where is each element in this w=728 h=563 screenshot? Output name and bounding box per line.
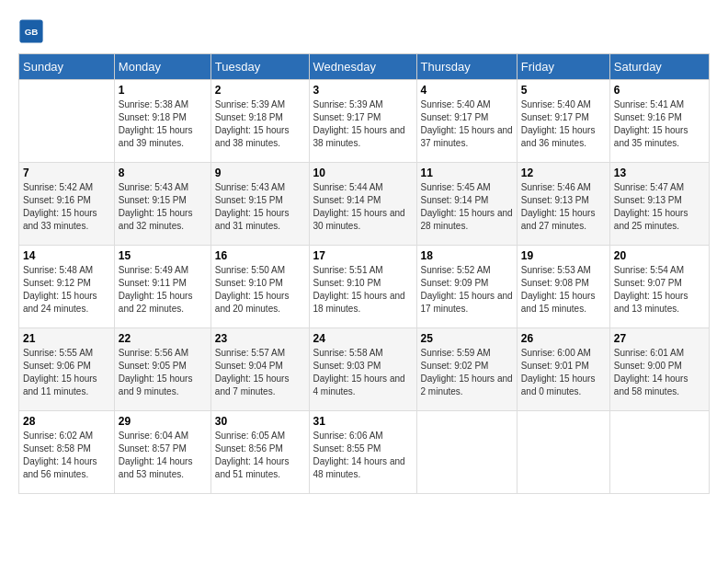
week-row-4: 21Sunrise: 5:55 AM Sunset: 9:06 PM Dayli… bbox=[19, 328, 710, 411]
day-info: Sunrise: 5:43 AM Sunset: 9:15 PM Dayligh… bbox=[119, 181, 207, 233]
calendar-cell: 3Sunrise: 5:39 AM Sunset: 9:17 PM Daylig… bbox=[309, 80, 416, 163]
calendar-cell: 13Sunrise: 5:47 AM Sunset: 9:13 PM Dayli… bbox=[609, 163, 709, 246]
day-info: Sunrise: 5:47 AM Sunset: 9:13 PM Dayligh… bbox=[614, 181, 705, 233]
day-info: Sunrise: 5:38 AM Sunset: 9:18 PM Dayligh… bbox=[119, 98, 207, 150]
day-info: Sunrise: 5:54 AM Sunset: 9:07 PM Dayligh… bbox=[614, 264, 705, 316]
day-info: Sunrise: 6:06 AM Sunset: 8:55 PM Dayligh… bbox=[313, 430, 413, 481]
day-info: Sunrise: 5:56 AM Sunset: 9:05 PM Dayligh… bbox=[119, 347, 207, 398]
week-row-3: 14Sunrise: 5:48 AM Sunset: 9:12 PM Dayli… bbox=[19, 246, 710, 328]
day-info: Sunrise: 5:45 AM Sunset: 9:14 PM Dayligh… bbox=[421, 181, 513, 233]
day-number: 7 bbox=[23, 167, 110, 179]
column-header-wednesday: Wednesday bbox=[309, 54, 416, 80]
day-number: 31 bbox=[313, 415, 413, 428]
calendar-cell: 28Sunrise: 6:02 AM Sunset: 8:58 PM Dayli… bbox=[19, 411, 115, 494]
day-info: Sunrise: 5:44 AM Sunset: 9:14 PM Dayligh… bbox=[313, 181, 413, 233]
calendar-cell: 14Sunrise: 5:48 AM Sunset: 9:12 PM Dayli… bbox=[19, 246, 115, 328]
day-info: Sunrise: 5:39 AM Sunset: 9:17 PM Dayligh… bbox=[313, 98, 413, 150]
day-info: Sunrise: 5:49 AM Sunset: 9:11 PM Dayligh… bbox=[119, 264, 207, 316]
day-number: 5 bbox=[521, 84, 606, 97]
week-row-1: 1Sunrise: 5:38 AM Sunset: 9:18 PM Daylig… bbox=[19, 80, 710, 163]
day-info: Sunrise: 5:55 AM Sunset: 9:06 PM Dayligh… bbox=[23, 347, 110, 398]
calendar-cell: 17Sunrise: 5:51 AM Sunset: 9:10 PM Dayli… bbox=[309, 246, 416, 328]
day-number: 26 bbox=[521, 332, 606, 345]
day-info: Sunrise: 6:01 AM Sunset: 9:00 PM Dayligh… bbox=[614, 347, 705, 398]
calendar-cell: 23Sunrise: 5:57 AM Sunset: 9:04 PM Dayli… bbox=[210, 328, 309, 411]
calendar-cell: 31Sunrise: 6:06 AM Sunset: 8:55 PM Dayli… bbox=[309, 411, 416, 494]
column-header-saturday: Saturday bbox=[609, 54, 709, 80]
day-number: 9 bbox=[215, 167, 305, 179]
day-number: 6 bbox=[614, 84, 705, 97]
day-info: Sunrise: 5:48 AM Sunset: 9:12 PM Dayligh… bbox=[23, 264, 110, 316]
calendar-cell: 6Sunrise: 5:41 AM Sunset: 9:16 PM Daylig… bbox=[609, 80, 709, 163]
column-header-thursday: Thursday bbox=[416, 54, 517, 80]
svg-text:GB: GB bbox=[25, 27, 39, 37]
calendar-cell bbox=[609, 411, 709, 494]
day-info: Sunrise: 5:40 AM Sunset: 9:17 PM Dayligh… bbox=[421, 98, 513, 150]
week-row-2: 7Sunrise: 5:42 AM Sunset: 9:16 PM Daylig… bbox=[19, 163, 710, 246]
week-row-5: 28Sunrise: 6:02 AM Sunset: 8:58 PM Dayli… bbox=[19, 411, 710, 494]
page-header: GB bbox=[18, 18, 710, 44]
calendar-cell: 16Sunrise: 5:50 AM Sunset: 9:10 PM Dayli… bbox=[210, 246, 309, 328]
day-number: 3 bbox=[313, 84, 413, 97]
calendar-cell: 29Sunrise: 6:04 AM Sunset: 8:57 PM Dayli… bbox=[114, 411, 210, 494]
calendar-cell: 4Sunrise: 5:40 AM Sunset: 9:17 PM Daylig… bbox=[416, 80, 517, 163]
day-info: Sunrise: 5:53 AM Sunset: 9:08 PM Dayligh… bbox=[521, 264, 606, 316]
logo-icon: GB bbox=[18, 18, 44, 44]
day-info: Sunrise: 6:05 AM Sunset: 8:56 PM Dayligh… bbox=[215, 430, 305, 481]
calendar-cell: 22Sunrise: 5:56 AM Sunset: 9:05 PM Dayli… bbox=[114, 328, 210, 411]
day-info: Sunrise: 6:00 AM Sunset: 9:01 PM Dayligh… bbox=[521, 347, 606, 398]
day-number: 1 bbox=[119, 84, 207, 97]
day-number: 27 bbox=[614, 332, 705, 345]
calendar-cell: 11Sunrise: 5:45 AM Sunset: 9:14 PM Dayli… bbox=[416, 163, 517, 246]
calendar-cell: 12Sunrise: 5:46 AM Sunset: 9:13 PM Dayli… bbox=[517, 163, 609, 246]
calendar-cell: 5Sunrise: 5:40 AM Sunset: 9:17 PM Daylig… bbox=[517, 80, 609, 163]
day-number: 28 bbox=[23, 415, 110, 428]
day-info: Sunrise: 5:46 AM Sunset: 9:13 PM Dayligh… bbox=[521, 181, 606, 233]
day-number: 14 bbox=[23, 249, 110, 262]
calendar-cell bbox=[19, 80, 115, 163]
day-info: Sunrise: 5:51 AM Sunset: 9:10 PM Dayligh… bbox=[313, 264, 413, 316]
calendar-cell: 15Sunrise: 5:49 AM Sunset: 9:11 PM Dayli… bbox=[114, 246, 210, 328]
calendar-header-row: SundayMondayTuesdayWednesdayThursdayFrid… bbox=[19, 54, 710, 80]
day-number: 15 bbox=[119, 249, 207, 262]
day-info: Sunrise: 5:39 AM Sunset: 9:18 PM Dayligh… bbox=[215, 98, 305, 150]
calendar-cell: 27Sunrise: 6:01 AM Sunset: 9:00 PM Dayli… bbox=[609, 328, 709, 411]
day-info: Sunrise: 5:43 AM Sunset: 9:15 PM Dayligh… bbox=[215, 181, 305, 233]
day-number: 29 bbox=[119, 415, 207, 428]
day-info: Sunrise: 5:41 AM Sunset: 9:16 PM Dayligh… bbox=[614, 98, 705, 150]
day-number: 16 bbox=[215, 249, 305, 262]
column-header-friday: Friday bbox=[517, 54, 609, 80]
day-number: 18 bbox=[421, 249, 513, 262]
day-number: 23 bbox=[215, 332, 305, 345]
day-number: 25 bbox=[421, 332, 513, 345]
calendar-cell: 18Sunrise: 5:52 AM Sunset: 9:09 PM Dayli… bbox=[416, 246, 517, 328]
day-info: Sunrise: 5:59 AM Sunset: 9:02 PM Dayligh… bbox=[421, 347, 513, 398]
day-number: 2 bbox=[215, 84, 305, 97]
calendar-cell: 9Sunrise: 5:43 AM Sunset: 9:15 PM Daylig… bbox=[210, 163, 309, 246]
calendar-cell: 26Sunrise: 6:00 AM Sunset: 9:01 PM Dayli… bbox=[517, 328, 609, 411]
day-number: 13 bbox=[614, 167, 705, 179]
day-info: Sunrise: 5:42 AM Sunset: 9:16 PM Dayligh… bbox=[23, 181, 110, 233]
calendar-cell: 1Sunrise: 5:38 AM Sunset: 9:18 PM Daylig… bbox=[114, 80, 210, 163]
calendar-cell: 21Sunrise: 5:55 AM Sunset: 9:06 PM Dayli… bbox=[19, 328, 115, 411]
day-info: Sunrise: 5:40 AM Sunset: 9:17 PM Dayligh… bbox=[521, 98, 606, 150]
calendar-cell: 24Sunrise: 5:58 AM Sunset: 9:03 PM Dayli… bbox=[309, 328, 416, 411]
day-number: 10 bbox=[313, 167, 413, 179]
calendar-cell: 10Sunrise: 5:44 AM Sunset: 9:14 PM Dayli… bbox=[309, 163, 416, 246]
column-header-monday: Monday bbox=[114, 54, 210, 80]
calendar-cell bbox=[416, 411, 517, 494]
calendar-cell: 30Sunrise: 6:05 AM Sunset: 8:56 PM Dayli… bbox=[210, 411, 309, 494]
calendar-cell: 20Sunrise: 5:54 AM Sunset: 9:07 PM Dayli… bbox=[609, 246, 709, 328]
logo: GB bbox=[18, 18, 46, 44]
day-number: 24 bbox=[313, 332, 413, 345]
day-number: 30 bbox=[215, 415, 305, 428]
day-number: 17 bbox=[313, 249, 413, 262]
day-number: 19 bbox=[521, 249, 606, 262]
column-header-tuesday: Tuesday bbox=[210, 54, 309, 80]
calendar-cell: 19Sunrise: 5:53 AM Sunset: 9:08 PM Dayli… bbox=[517, 246, 609, 328]
day-number: 20 bbox=[614, 249, 705, 262]
day-info: Sunrise: 5:57 AM Sunset: 9:04 PM Dayligh… bbox=[215, 347, 305, 398]
calendar-cell: 2Sunrise: 5:39 AM Sunset: 9:18 PM Daylig… bbox=[210, 80, 309, 163]
calendar-cell: 8Sunrise: 5:43 AM Sunset: 9:15 PM Daylig… bbox=[114, 163, 210, 246]
day-info: Sunrise: 5:58 AM Sunset: 9:03 PM Dayligh… bbox=[313, 347, 413, 398]
